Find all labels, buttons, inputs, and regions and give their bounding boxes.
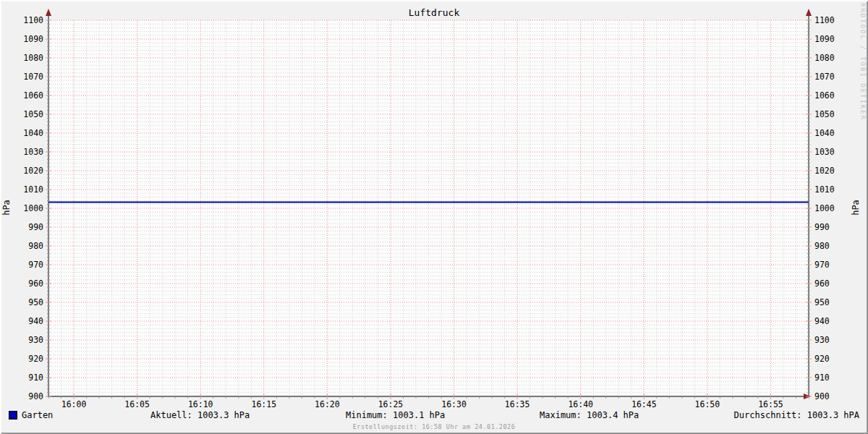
y-tick-label-left: 980 [6, 242, 43, 250]
x-tick-label: 16:45 [626, 399, 661, 409]
plot-area [0, 0, 868, 434]
y-tick-label-left: 1030 [6, 148, 43, 156]
y-tick-label-right: 900 [814, 392, 830, 401]
x-tick-label: 16:35 [500, 399, 535, 409]
y-tick-label-right: 960 [814, 279, 830, 288]
y-tick-label-right: 930 [814, 336, 830, 344]
y-tick-label-left: 1020 [6, 166, 43, 175]
y-tick-label-right: 970 [814, 260, 830, 269]
y-tick-label-right: 950 [814, 298, 830, 307]
legend-series-name: Garten [22, 410, 53, 420]
stat-aktuell: Aktuell: 1003.3 hPa [150, 410, 250, 420]
x-tick-label: 16:55 [753, 399, 788, 409]
y-tick-label-right: 1010 [814, 185, 835, 194]
y-tick-label-right: 1000 [814, 204, 835, 213]
y-tick-label-right: 1070 [814, 72, 835, 81]
y-tick-label-right: 1090 [814, 35, 835, 43]
x-tick-label: 16:50 [690, 399, 725, 409]
y-tick-label-right: 1100 [814, 16, 835, 25]
y-tick-label-left: 920 [6, 354, 43, 363]
legend-swatch-garten [9, 411, 17, 420]
y-tick-label-left: 1060 [6, 91, 43, 100]
rrdtool-pressure-graph: Luftdruck hPa hPa RRDTOOL / TOBI OETIKER… [0, 0, 868, 434]
y-tick-label-left: 940 [6, 317, 43, 326]
rrdtool-watermark: RRDTOOL / TOBI OETIKER [859, 3, 867, 121]
x-tick-label: 16:00 [56, 399, 91, 409]
stat-minimum: Minimum: 1003.1 hPa [346, 410, 445, 420]
x-tick-label: 16:20 [310, 399, 344, 409]
legend-row: Garten Aktuell: 1003.3 hPa Minimum: 1003… [0, 409, 868, 421]
y-tick-label-left: 1050 [6, 110, 43, 119]
y-tick-label-left: 1010 [6, 185, 43, 194]
stat-maximum: Maximum: 1003.4 hPa [540, 410, 639, 420]
y-tick-label-right: 910 [814, 373, 830, 382]
y-tick-label-left: 1040 [6, 129, 43, 137]
y-tick-label-right: 920 [814, 354, 830, 363]
y-tick-label-left: 1090 [6, 35, 43, 43]
x-tick-label: 16:10 [183, 399, 218, 409]
x-tick-label: 16:25 [373, 399, 408, 409]
y-tick-label-left: 910 [6, 373, 43, 382]
x-tick-label: 16:15 [247, 399, 281, 409]
y-tick-label-right: 1050 [814, 110, 835, 119]
y-axis-unit-right: hPa [851, 200, 861, 216]
y-tick-label-left: 960 [6, 279, 43, 288]
creation-time: Erstellungszeit: 16:58 Uhr am 24.01.2026 [0, 423, 868, 430]
y-tick-label-left: 990 [6, 223, 43, 231]
y-tick-label-right: 1060 [814, 91, 835, 100]
y-tick-label-right: 940 [814, 317, 830, 326]
y-tick-label-left: 930 [6, 336, 43, 344]
y-tick-label-left: 1000 [6, 204, 43, 213]
y-tick-label-right: 990 [814, 223, 830, 231]
y-tick-label-left: 900 [6, 392, 43, 401]
y-tick-label-left: 1070 [6, 72, 43, 81]
y-tick-label-left: 1100 [6, 16, 43, 25]
x-tick-label: 16:30 [437, 399, 472, 409]
y-tick-label-right: 1080 [814, 54, 835, 62]
x-tick-label: 16:40 [563, 399, 598, 409]
y-tick-label-right: 1020 [814, 166, 835, 175]
y-tick-label-right: 1030 [814, 148, 835, 156]
y-tick-label-right: 980 [814, 242, 830, 250]
stat-durchschnitt: Durchschnitt: 1003.3 hPA [734, 410, 859, 420]
y-tick-label-left: 970 [6, 260, 43, 269]
y-tick-label-left: 1080 [6, 54, 43, 62]
y-tick-label-right: 1040 [814, 129, 835, 137]
x-tick-label: 16:05 [120, 399, 155, 409]
y-tick-label-left: 950 [6, 298, 43, 307]
